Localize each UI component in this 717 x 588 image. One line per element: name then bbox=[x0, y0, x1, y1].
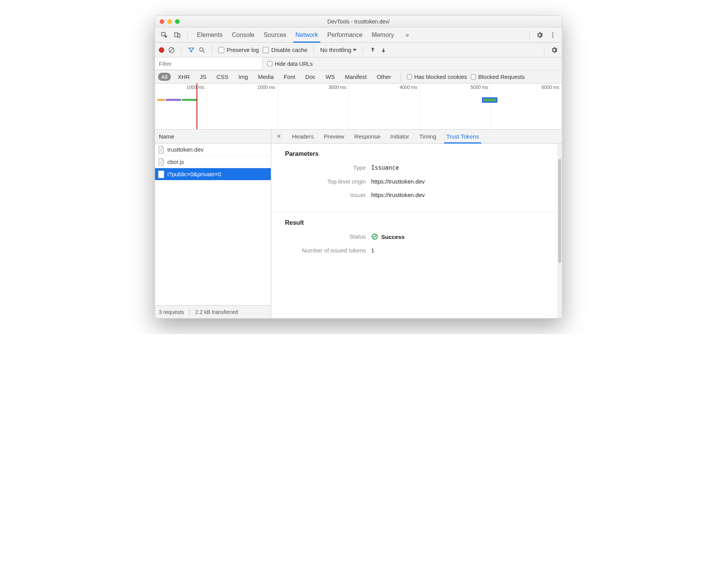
content-split: Name trusttoken.devcbor.jsi?public=0&pri… bbox=[155, 130, 562, 318]
timeline-selection bbox=[482, 97, 497, 103]
inspect-element-icon[interactable] bbox=[159, 30, 170, 40]
filter-chip-img[interactable]: Img bbox=[235, 73, 251, 81]
upload-har-icon[interactable] bbox=[369, 47, 376, 53]
request-name: trusttoken.dev bbox=[167, 146, 203, 153]
kebab-menu-icon[interactable] bbox=[547, 30, 558, 40]
kv-key: Number of issued tokens bbox=[285, 247, 366, 254]
tab-console[interactable]: Console bbox=[227, 27, 259, 42]
main-tab-strip: ElementsConsoleSourcesNetworkPerformance… bbox=[155, 27, 562, 43]
request-name: i?public=0&private=0 bbox=[167, 171, 221, 177]
kv-row: Issuerhttps://trusttoken.dev bbox=[285, 192, 548, 198]
filter-chip-manifest[interactable]: Manifest bbox=[342, 73, 370, 81]
blocked-requests-checkbox[interactable]: Blocked Requests bbox=[471, 74, 525, 80]
kv-row: StatusSuccess bbox=[285, 233, 548, 240]
timeline-bars bbox=[157, 99, 197, 101]
svg-point-3 bbox=[552, 32, 554, 33]
svg-point-4 bbox=[552, 34, 554, 35]
detail-tab-timing[interactable]: Timing bbox=[415, 130, 440, 143]
detail-tab-trust-tokens[interactable]: Trust Tokens bbox=[442, 130, 483, 143]
svg-rect-16 bbox=[158, 171, 164, 178]
tab-elements[interactable]: Elements bbox=[192, 27, 227, 42]
success-icon bbox=[371, 233, 378, 240]
detail-tab-headers[interactable]: Headers bbox=[288, 130, 318, 143]
svg-line-9 bbox=[203, 51, 205, 53]
svg-point-5 bbox=[552, 36, 554, 37]
detail-body: Parameters TypeIssuanceTop level originh… bbox=[271, 144, 562, 318]
filter-chip-xhr[interactable]: XHR bbox=[175, 73, 193, 81]
kv-key: Issuer bbox=[285, 192, 366, 198]
tab-sources[interactable]: Sources bbox=[259, 27, 291, 42]
tab-network[interactable]: Network bbox=[291, 27, 323, 42]
filter-chip-css[interactable]: CSS bbox=[213, 73, 232, 81]
filter-icon[interactable] bbox=[188, 47, 195, 53]
status-bar: 3 requests 2.2 kB transferred bbox=[155, 305, 271, 318]
kv-row: TypeIssuance bbox=[285, 164, 548, 171]
scrollbar-thumb[interactable] bbox=[558, 159, 561, 263]
tab-memory[interactable]: Memory bbox=[367, 27, 399, 42]
record-button[interactable] bbox=[159, 47, 164, 53]
filter-input[interactable] bbox=[155, 57, 263, 70]
hide-data-urls-checkbox[interactable]: Hide data URLs bbox=[267, 61, 313, 67]
preserve-log-checkbox[interactable]: Preserve log bbox=[218, 47, 259, 53]
result-section: Result StatusSuccessNumber of issued tok… bbox=[271, 212, 562, 267]
kv-row: Top level originhttps://trusttoken.dev bbox=[285, 178, 548, 185]
kv-value: 1 bbox=[371, 247, 374, 254]
detail-tab-strip: × HeadersPreviewResponseInitiatorTimingT… bbox=[271, 130, 562, 144]
filter-bar: Hide data URLs bbox=[155, 57, 562, 70]
tab-overflow[interactable]: » bbox=[401, 27, 414, 42]
svg-point-8 bbox=[200, 48, 203, 51]
detail-tab-initiator[interactable]: Initiator bbox=[387, 130, 413, 143]
kv-row: Number of issued tokens1 bbox=[285, 247, 548, 254]
kv-value: Issuance bbox=[371, 164, 399, 171]
file-icon bbox=[158, 170, 164, 178]
filter-chip-other[interactable]: Other bbox=[374, 73, 394, 81]
filter-chip-media[interactable]: Media bbox=[255, 73, 277, 81]
kv-value: https://trusttoken.dev bbox=[371, 178, 425, 185]
timeline-marker bbox=[197, 84, 197, 129]
settings-icon[interactable] bbox=[534, 30, 545, 40]
request-row[interactable]: cbor.js bbox=[155, 156, 271, 168]
close-detail-icon[interactable]: × bbox=[274, 132, 283, 140]
clear-icon[interactable] bbox=[168, 47, 175, 53]
request-list-panel: Name trusttoken.devcbor.jsi?public=0&pri… bbox=[155, 130, 271, 318]
request-name: cbor.js bbox=[167, 159, 184, 165]
tab-performance[interactable]: Performance bbox=[323, 27, 367, 42]
device-toolbar-icon[interactable] bbox=[172, 30, 183, 40]
detail-tab-preview[interactable]: Preview bbox=[320, 130, 348, 143]
request-row[interactable]: trusttoken.dev bbox=[155, 144, 271, 156]
section-heading: Parameters bbox=[285, 150, 548, 157]
file-icon bbox=[158, 146, 164, 154]
svg-line-7 bbox=[170, 48, 174, 52]
devtools-window: DevTools - trusttoken.dev/ ElementsConso… bbox=[155, 15, 562, 319]
filter-chip-all[interactable]: All bbox=[158, 73, 171, 81]
parameters-section: Parameters TypeIssuanceTop level originh… bbox=[271, 144, 562, 212]
kv-value: Success bbox=[371, 233, 405, 240]
request-row[interactable]: i?public=0&private=0 bbox=[155, 168, 271, 180]
search-icon[interactable] bbox=[198, 47, 205, 53]
divider bbox=[187, 31, 188, 39]
kv-key: Type bbox=[285, 164, 366, 171]
kv-value: https://trusttoken.dev bbox=[371, 192, 425, 198]
detail-tab-response[interactable]: Response bbox=[350, 130, 384, 143]
scrollbar[interactable] bbox=[557, 144, 562, 318]
divider bbox=[529, 31, 530, 39]
network-toolbar: Preserve log Disable cache No throttling bbox=[155, 43, 562, 57]
download-har-icon[interactable] bbox=[380, 47, 387, 53]
request-list: trusttoken.devcbor.jsi?public=0&private=… bbox=[155, 144, 271, 305]
section-heading: Result bbox=[285, 219, 548, 226]
has-blocked-cookies-checkbox[interactable]: Has blocked cookies bbox=[407, 74, 467, 80]
filter-chip-ws[interactable]: WS bbox=[322, 73, 338, 81]
filter-chip-doc[interactable]: Doc bbox=[302, 73, 319, 81]
window-title: DevTools - trusttoken.dev/ bbox=[155, 18, 562, 25]
kv-key: Top level origin bbox=[285, 178, 366, 185]
titlebar: DevTools - trusttoken.dev/ bbox=[155, 16, 562, 27]
throttling-select[interactable]: No throttling bbox=[320, 47, 357, 53]
filter-chip-font[interactable]: Font bbox=[281, 73, 298, 81]
filter-chip-js[interactable]: JS bbox=[197, 73, 210, 81]
disable-cache-checkbox[interactable]: Disable cache bbox=[263, 47, 307, 53]
timeline-overview[interactable]: 1000 ms 2000 ms 3000 ms 4000 ms 5000 ms … bbox=[155, 84, 562, 130]
svg-rect-1 bbox=[175, 33, 178, 37]
request-list-header: Name bbox=[155, 130, 271, 144]
network-settings-icon[interactable] bbox=[550, 46, 558, 54]
file-icon bbox=[158, 158, 164, 166]
